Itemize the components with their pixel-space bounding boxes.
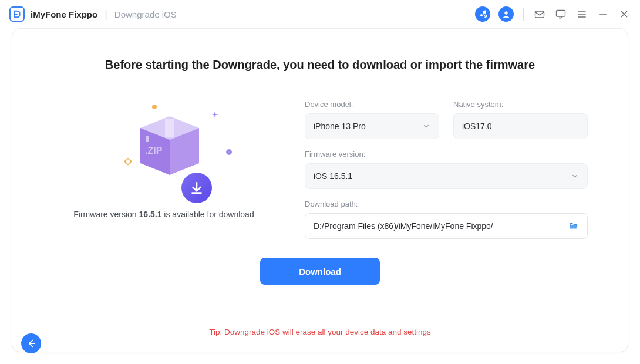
download-button[interactable]: Download bbox=[260, 258, 380, 285]
availability-version: 16.5.1 bbox=[139, 210, 162, 219]
warning-tip: Tip: Downgrade iOS will erase all your d… bbox=[12, 328, 628, 336]
zip-label: .ZIP bbox=[145, 146, 163, 156]
page-heading: Before starting the Downgrade, you need … bbox=[52, 58, 588, 72]
feedback-icon[interactable] bbox=[554, 8, 567, 21]
back-button[interactable] bbox=[21, 333, 41, 353]
arrow-left-icon bbox=[26, 338, 36, 349]
firmware-version-select[interactable]: iOS 16.5.1 bbox=[305, 163, 588, 189]
firmware-version-label: Firmware version: bbox=[305, 150, 588, 159]
device-model-label: Device model: bbox=[305, 100, 439, 109]
device-model-select[interactable]: iPhone 13 Pro bbox=[305, 113, 439, 139]
device-model-value: iPhone 13 Pro bbox=[314, 122, 366, 131]
mail-icon[interactable] bbox=[533, 8, 546, 21]
availability-text: Firmware version 16.5.1 is available for… bbox=[52, 208, 275, 221]
native-system-field: iOS17.0 bbox=[453, 113, 588, 139]
minimize-button[interactable] bbox=[597, 8, 609, 21]
titlebar[interactable]: iMyFone Fixppo | Downgrade iOS bbox=[0, 0, 640, 28]
app-title: iMyFone Fixppo bbox=[31, 9, 97, 19]
chevron-down-icon bbox=[422, 122, 430, 130]
chevron-down-icon bbox=[571, 172, 579, 180]
svg-rect-2 bbox=[535, 11, 544, 18]
menu-icon[interactable] bbox=[575, 8, 588, 21]
app-logo-icon bbox=[9, 6, 25, 22]
main-card: Before starting the Downgrade, you need … bbox=[12, 28, 628, 352]
download-path-value: D:/Program Files (x86)/iMyFone/iMyFone F… bbox=[314, 221, 493, 231]
title-divider: | bbox=[105, 8, 107, 21]
firmware-box-illustration: .ZIP bbox=[87, 100, 240, 200]
firmware-version-value: iOS 16.5.1 bbox=[314, 171, 352, 181]
svg-point-1 bbox=[504, 11, 507, 14]
folder-open-icon[interactable] bbox=[568, 221, 579, 231]
titlebar-divider bbox=[523, 8, 524, 21]
native-system-value: iOS17.0 bbox=[462, 122, 492, 131]
svg-rect-8 bbox=[146, 136, 149, 142]
close-button[interactable] bbox=[618, 8, 631, 21]
native-system-label: Native system: bbox=[453, 100, 588, 109]
account-icon[interactable] bbox=[498, 6, 514, 22]
download-path-field[interactable]: D:/Program Files (x86)/iMyFone/iMyFone F… bbox=[305, 213, 588, 239]
section-name: Downgrade iOS bbox=[114, 9, 177, 19]
download-indicator-icon bbox=[181, 173, 212, 203]
svg-rect-3 bbox=[557, 10, 565, 16]
download-path-label: Download path: bbox=[305, 200, 588, 208]
form-column: Device model: iPhone 13 Pro Native syste… bbox=[305, 100, 588, 250]
music-badge-icon[interactable] bbox=[475, 6, 490, 22]
svg-marker-5 bbox=[165, 119, 174, 137]
illustration-column: .ZIP Firmware version 16.5.1 is availabl… bbox=[52, 100, 275, 250]
